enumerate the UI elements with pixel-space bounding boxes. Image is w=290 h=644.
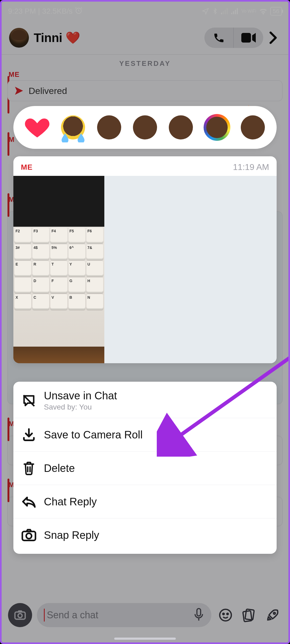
keyboard-key: F6 <box>86 228 103 243</box>
action-chat-reply[interactable]: Chat Reply <box>13 485 277 518</box>
keyboard-key: V <box>50 294 67 310</box>
keyboard-key: R <box>32 261 49 276</box>
keyboard-key: F3 <box>32 228 49 243</box>
keyboard-key: C <box>32 294 49 310</box>
keyboard-key: E <box>14 261 31 276</box>
message-image[interactable]: F2F3F4F5F63#4$5%6^7&ERTYUDFGHXCVBN <box>13 176 277 363</box>
reply-icon <box>21 494 37 510</box>
keyboard-key: 5% <box>50 244 67 260</box>
keyboard-key: U <box>86 261 103 276</box>
keyboard-key: 7& <box>86 244 103 260</box>
selected-message-card: ME 11:19 AM F2F3F4F5F63#4$5%6^7&ERTYUDFG… <box>13 156 277 363</box>
keyboard-key: 3# <box>14 244 31 260</box>
keyboard-key: X <box>14 294 31 310</box>
keyboard-key: F <box>50 278 67 293</box>
action-sheet: Unsave in Chat Saved by: You Save to Cam… <box>13 382 277 554</box>
reaction-mindblown[interactable] <box>238 113 267 142</box>
keyboard-key <box>14 278 31 293</box>
download-icon <box>21 427 37 443</box>
action-delete-label: Delete <box>44 462 75 474</box>
keyboard-key: H <box>86 278 103 293</box>
unsave-icon <box>21 393 37 409</box>
keyboard-key: 6^ <box>68 244 85 260</box>
keyboard-key: T <box>50 261 67 276</box>
keyboard-key: N <box>86 294 103 310</box>
reaction-thumbs-down[interactable] <box>166 113 195 142</box>
action-unsave-sub: Saved by: You <box>44 403 117 411</box>
action-save-label: Save to Camera Roll <box>44 429 143 441</box>
reaction-bar <box>13 106 277 149</box>
action-save-camera-roll[interactable]: Save to Camera Roll <box>13 418 277 452</box>
reaction-heart[interactable] <box>23 113 52 142</box>
action-delete[interactable]: Delete <box>13 452 277 485</box>
reaction-fire[interactable] <box>95 113 124 142</box>
reaction-laugh[interactable] <box>59 113 87 142</box>
action-unsave[interactable]: Unsave in Chat Saved by: You <box>13 382 277 418</box>
action-unsave-label: Unsave in Chat <box>44 390 117 402</box>
action-snap-reply-label: Snap Reply <box>44 529 99 541</box>
action-chat-reply-label: Chat Reply <box>44 496 97 508</box>
keyboard-key: F2 <box>14 228 31 243</box>
keyboard-key: Y <box>68 261 85 276</box>
keyboard-key: 4$ <box>32 244 49 260</box>
card-sender-label: ME <box>21 163 33 172</box>
keyboard-key: D <box>32 278 49 293</box>
keyboard-key: G <box>68 278 85 293</box>
keyboard-key: B <box>68 294 85 310</box>
camera-icon <box>21 527 37 543</box>
svg-point-20 <box>26 533 32 539</box>
keyboard-key: F5 <box>68 228 85 243</box>
reaction-thumbs-up[interactable] <box>131 113 159 142</box>
keyboard-key: F4 <box>50 228 67 243</box>
trash-icon <box>21 460 37 476</box>
reaction-amazed[interactable] <box>203 113 231 142</box>
card-time-label: 11:19 AM <box>233 162 269 172</box>
action-snap-reply[interactable]: Snap Reply <box>13 518 277 554</box>
